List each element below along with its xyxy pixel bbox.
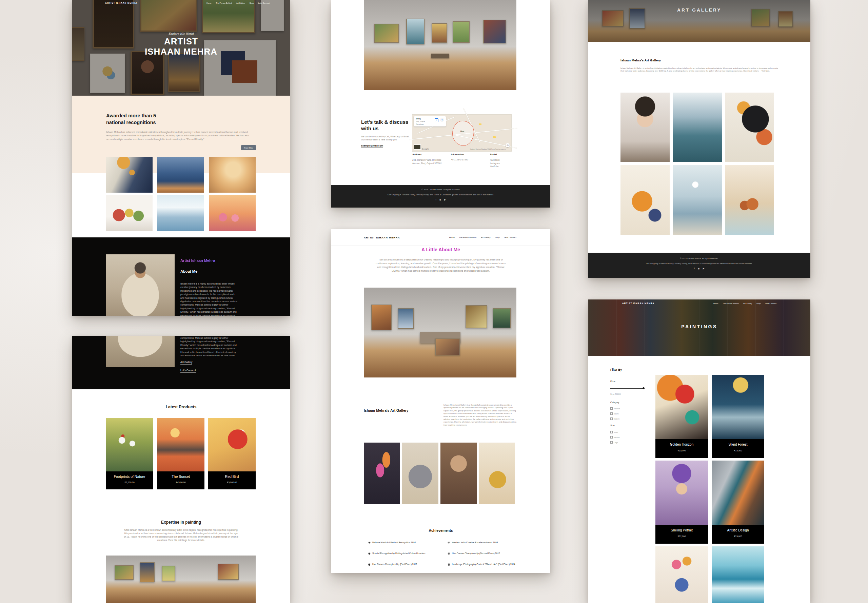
youtube-link[interactable]: YouTube	[490, 165, 500, 168]
frame-decor	[140, 562, 154, 582]
artwork-abstract-gold-navy[interactable]	[106, 157, 153, 193]
product-card[interactable]: The Sunset ₹45,00.00	[157, 418, 204, 489]
nav-art-gallery[interactable]: Art Gallery	[236, 2, 245, 4]
know-more-button[interactable]: Know More	[241, 145, 256, 150]
nav-shop[interactable]: Shop	[250, 2, 254, 4]
art-gallery-link[interactable]: Art Gallery	[181, 360, 192, 365]
product-image-red-bird	[208, 418, 256, 472]
nav-person-behind[interactable]: The Person Behind	[459, 237, 476, 238]
product-image-ocean-wave[interactable]	[712, 546, 764, 603]
shop-product-card[interactable]: Golden Horizon ₹25,000	[655, 375, 708, 458]
artwork-seascape[interactable]	[158, 195, 204, 231]
checkbox-icon[interactable]	[610, 436, 613, 439]
product-label: The Sunset ₹45,00.00	[157, 472, 204, 489]
instagram-icon[interactable]: ◉	[698, 267, 700, 270]
map-recenter-icon[interactable]: ◎	[505, 143, 510, 147]
checkbox-icon[interactable]	[610, 417, 613, 420]
checkbox-icon[interactable]	[610, 407, 613, 410]
map-satellite-thumb[interactable]	[414, 144, 421, 150]
paintings-hero: ARTIST ISHAAN MEHRA Home The Person Behi…	[588, 300, 810, 356]
artwork-blue-mountain[interactable]	[158, 157, 204, 193]
category-option-modern[interactable]: Modern	[610, 417, 619, 420]
gallery-heading: Ishaan Mehra's Art Gallery	[364, 408, 409, 413]
size-option-large[interactable]: Large	[610, 441, 618, 444]
checkbox-icon[interactable]	[610, 413, 613, 415]
price-slider-handle[interactable]	[643, 387, 644, 389]
gallery-hall-photo	[364, 0, 516, 90]
checkbox-icon[interactable]	[610, 431, 613, 433]
nav-art-gallery[interactable]: Art Gallery	[481, 237, 490, 238]
achievement-item: Western India Creative Excellence Award …	[448, 541, 522, 544]
gallery-artwork-deer[interactable]	[725, 165, 774, 235]
nav-person-behind[interactable]: The Person Behind	[723, 303, 739, 305]
map-expand-icon[interactable]: ↗	[435, 118, 439, 122]
facebook-link[interactable]: Facebook	[490, 158, 500, 162]
paintings-hero-title: PAINTINGS	[588, 324, 810, 329]
contact-email-link[interactable]: example@mail.com	[361, 144, 383, 148]
expertise-body: Artist Ishaan Mehra is a well-known cont…	[124, 529, 239, 542]
nav-lets-connect[interactable]: Let's Connect	[504, 237, 516, 238]
map-directions-icon[interactable]: ◆	[440, 118, 443, 121]
gallery-artwork-portrait[interactable]	[621, 93, 670, 162]
phone-value[interactable]: +91 12345 67890	[451, 158, 468, 161]
size-option-small[interactable]: Small	[610, 431, 618, 433]
shop-product-card[interactable]: Silent Forest ₹18,500	[712, 375, 764, 458]
contact-heading: Let's talk & discuss with us	[361, 119, 417, 131]
checkbox-icon[interactable]	[610, 441, 613, 444]
artwork-fruit-still-life[interactable]	[106, 195, 153, 231]
product-label: Footprints of Nature ₹2,500.00	[106, 472, 153, 489]
nav-lets-connect[interactable]: Let's Connect	[258, 2, 270, 4]
product-name: The Sunset	[157, 475, 204, 479]
nav-shop[interactable]: Shop	[495, 237, 499, 238]
lets-connect-link[interactable]: Let's Connect	[181, 369, 196, 373]
youtube-icon[interactable]: ▶	[444, 198, 446, 201]
social-links: Facebook Instagram YouTube	[490, 158, 500, 168]
nav-home[interactable]: Home	[449, 237, 455, 238]
product-price: ₹32,000	[655, 535, 708, 538]
shop-product-card[interactable]: Smiling Potrait ₹32,000	[655, 461, 708, 544]
price-slider-track[interactable]	[610, 388, 644, 389]
map-highway-badge	[493, 136, 496, 138]
nav-home[interactable]: Home	[714, 303, 718, 305]
product-price: ₹29,000	[712, 535, 764, 538]
frame-decor	[398, 308, 414, 329]
google-logo: Google	[422, 148, 429, 150]
gallery-artwork-abstract-circles[interactable]	[725, 93, 774, 162]
category-option-abstract[interactable]: Abstract	[610, 407, 620, 410]
artwork-flamingos[interactable]	[209, 195, 256, 231]
artwork-elephant[interactable]	[402, 442, 439, 504]
instagram-link[interactable]: Instagram	[490, 162, 500, 165]
product-card[interactable]: Red Bird ₹5,000.00	[208, 418, 256, 489]
brand-logo[interactable]: ARTIST ISHAAN MEHRA	[364, 236, 400, 239]
facebook-icon[interactable]: f	[694, 267, 695, 270]
achievements-heading: Achievements	[331, 529, 550, 532]
about-body-continued: competitions. Mehra's artistic legacy is…	[181, 336, 238, 356]
brand-logo[interactable]: ARTIST ISHAAN MEHRA	[105, 2, 137, 4]
google-map[interactable]: Bhuj Bhuj Bhuj, Gujarat No reviews ↗ ◆ G…	[412, 114, 511, 151]
instagram-icon[interactable]: ◉	[439, 198, 442, 201]
product-image-flower-vase[interactable]	[655, 546, 708, 603]
gallery-artwork-pines[interactable]	[673, 93, 722, 162]
size-option-medium[interactable]: Medium	[610, 436, 620, 439]
map-highway-badge	[479, 124, 482, 125]
artwork-dancer[interactable]	[364, 442, 400, 504]
hero-text: Explore His World ARTIST ISHAAN MEHRA	[72, 32, 290, 57]
nav-art-gallery[interactable]: Art Gallery	[743, 303, 752, 305]
facebook-icon[interactable]: f	[436, 198, 436, 201]
artwork-pear[interactable]	[479, 442, 515, 504]
nav-home[interactable]: Home	[207, 2, 212, 4]
nav-shop[interactable]: Shop	[757, 303, 761, 305]
youtube-icon[interactable]: ▶	[703, 267, 704, 270]
gallery-artwork-coast-seagull[interactable]	[673, 165, 722, 235]
nav-person-behind[interactable]: The Person Behind	[216, 2, 232, 4]
category-option-nature[interactable]: Nature	[610, 413, 619, 415]
gallery-artwork-fruits[interactable]	[621, 165, 670, 235]
page-person-behind: ARTIST ISHAAN MEHRA Home The Person Behi…	[331, 229, 550, 573]
artwork-woman-portrait[interactable]	[440, 442, 477, 504]
frame-decor	[406, 19, 425, 45]
artwork-portrait-blonde[interactable]	[209, 157, 256, 193]
product-card[interactable]: Footprints of Nature ₹2,500.00	[106, 418, 153, 489]
nav-lets-connect[interactable]: Let's Connect	[765, 303, 777, 305]
brand-logo[interactable]: ARTIST ISHAAN MEHRA	[622, 302, 654, 305]
shop-product-card[interactable]: Artistic Design ₹29,000	[712, 461, 764, 544]
